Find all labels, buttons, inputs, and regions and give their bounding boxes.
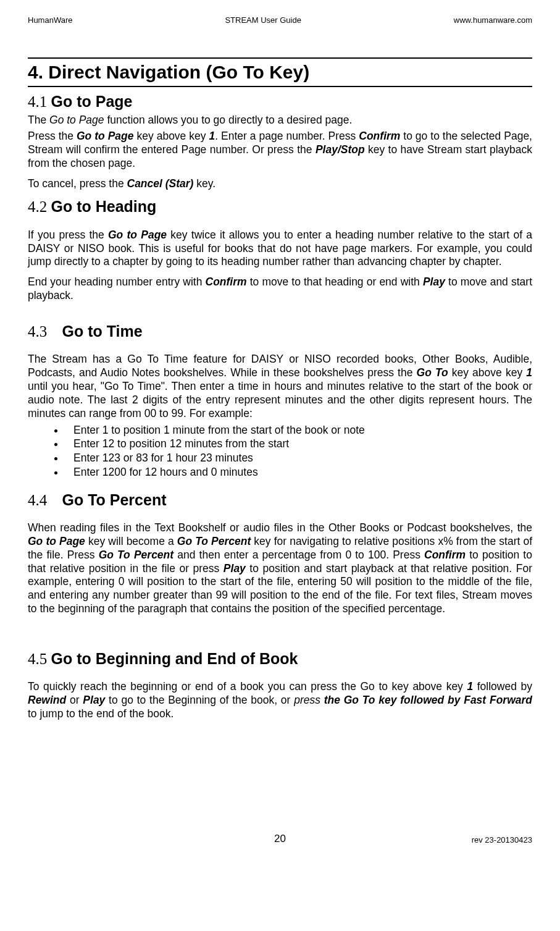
paragraph: To quickly reach the beginning or end of… — [28, 680, 532, 721]
paragraph: To cancel, press the Cancel (Star) key. — [28, 177, 532, 191]
heading-4-4: 4.4 Go To Percent — [28, 491, 532, 510]
paragraph: The Go to Page function allows you to go… — [28, 114, 532, 127]
page-footer: 20 rev 23-20130423 — [28, 832, 532, 845]
page-header: HumanWare STREAM User Guide www.humanwar… — [28, 15, 532, 25]
list-item: Enter 12 to position 12 minutes from the… — [65, 437, 532, 451]
heading-label: Go to Heading — [51, 198, 157, 215]
paragraph: End your heading number entry with Confi… — [28, 276, 532, 303]
paragraph: The Stream has a Go To Time feature for … — [28, 353, 532, 420]
paragraph: When reading files in the Text Bookshelf… — [28, 521, 532, 616]
heading-4-5: 4.5 Go to Beginning and End of Book — [28, 649, 532, 668]
heading-4-3: 4.3 Go to Time — [28, 322, 532, 341]
footer-revision: rev 23-20130423 — [364, 835, 532, 845]
heading-label: Go to Beginning and End of Book — [51, 650, 298, 667]
heading-number: 4.2 — [28, 198, 47, 215]
paragraph: Press the Go to Page key above key 1. En… — [28, 130, 532, 171]
header-center: STREAM User Guide — [225, 15, 301, 25]
heading-label: Go to Time — [62, 322, 143, 340]
bullet-list: Enter 1 to position 1 minute from the st… — [65, 423, 532, 479]
heading-4-2: 4.2 Go to Heading — [28, 197, 532, 216]
header-left: HumanWare — [28, 15, 72, 25]
heading-number: 4.4 — [28, 492, 47, 508]
chapter-title: 4. Direct Navigation (Go To Key) — [28, 57, 532, 87]
heading-label: Go to Page — [51, 93, 133, 110]
header-right: www.humanware.com — [454, 15, 532, 25]
heading-number: 4.1 — [28, 93, 47, 110]
heading-4-1: 4.1 Go to Page — [28, 92, 532, 111]
heading-label: Go To Percent — [62, 491, 167, 508]
list-item: Enter 123 or 83 for 1 hour 23 minutes — [65, 451, 532, 465]
list-item: Enter 1 to position 1 minute from the st… — [65, 423, 532, 437]
paragraph: If you press the Go to Page key twice it… — [28, 229, 532, 269]
list-item: Enter 1200 for 12 hours and 0 minutes — [65, 465, 532, 479]
heading-number: 4.5 — [28, 651, 47, 667]
footer-page-number: 20 — [196, 832, 364, 845]
heading-number: 4.3 — [28, 323, 47, 340]
